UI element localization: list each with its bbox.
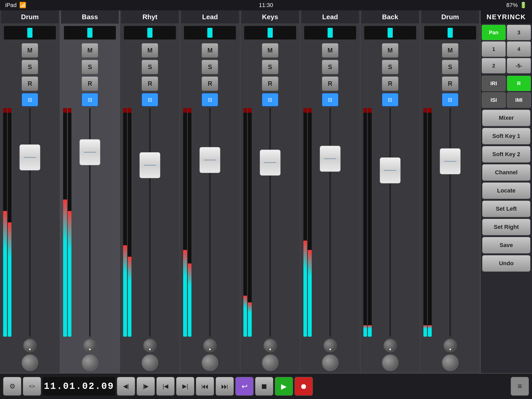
- record-button[interactable]: ⏺: [295, 377, 313, 396]
- mute-btn-5[interactable]: M: [262, 43, 278, 58]
- fader-handle-6[interactable]: [320, 146, 341, 172]
- link-btn-8[interactable]: ⊟: [442, 93, 458, 107]
- locate-button[interactable]: Locate: [482, 182, 530, 199]
- solo-btn-7[interactable]: S: [382, 60, 398, 74]
- meter-1: [3, 108, 11, 337]
- rec-btn-8[interactable]: R: [442, 76, 458, 91]
- rec-btn-4[interactable]: R: [202, 76, 218, 91]
- loop-button[interactable]: ↩: [235, 377, 254, 396]
- to-start-button[interactable]: |◀: [156, 377, 175, 396]
- channel-button[interactable]: Channel: [482, 164, 530, 181]
- mute-btn-7[interactable]: M: [382, 43, 398, 58]
- rec-btn-5[interactable]: R: [262, 76, 278, 91]
- mark-right-button[interactable]: |▶: [137, 377, 155, 396]
- solo-btn-3[interactable]: S: [142, 60, 158, 74]
- iri-button[interactable]: IRI: [482, 76, 506, 91]
- channel-knob-5[interactable]: [262, 354, 278, 371]
- fader-area-8: [421, 108, 479, 337]
- settings-button[interactable]: ⚙: [3, 377, 21, 396]
- link-btn-4[interactable]: ⊟: [202, 93, 218, 107]
- channel-knob-3[interactable]: [142, 354, 158, 371]
- channel-knob-6[interactable]: [322, 354, 338, 371]
- fader-handle-2[interactable]: [79, 139, 100, 165]
- solo-btn-2[interactable]: S: [82, 60, 98, 74]
- imi-button[interactable]: IMI: [507, 92, 531, 108]
- mute-btn-2[interactable]: M: [82, 43, 98, 58]
- pan-button[interactable]: Pan: [482, 25, 506, 40]
- channel-name-2: Bass: [61, 10, 119, 24]
- mute-btn-3[interactable]: M: [142, 43, 158, 58]
- play-button[interactable]: ▶: [275, 377, 293, 396]
- pan-value[interactable]: 3: [507, 25, 531, 40]
- time-display: 11.01.02.09: [43, 377, 115, 396]
- list-button[interactable]: ≡: [511, 377, 529, 396]
- meter-red-1: [3, 108, 7, 113]
- rec-btn-3[interactable]: R: [142, 76, 158, 91]
- send-knob-3[interactable]: [143, 339, 157, 352]
- channel-knob-7[interactable]: [382, 354, 398, 371]
- set-right-button[interactable]: Set Right: [482, 219, 530, 235]
- send-knob-6[interactable]: [323, 339, 337, 352]
- right-sidebar: NEYRINCK Pan 3 1 4 2 -5- IRI R ISI IMI M…: [480, 10, 532, 373]
- mute-btn-1[interactable]: M: [22, 43, 38, 58]
- soft-key-2-button[interactable]: Soft Key 2: [482, 146, 530, 163]
- fader-handle-1[interactable]: [19, 144, 40, 170]
- fader-handle-7[interactable]: [380, 157, 401, 183]
- solo-btn-8[interactable]: S: [442, 60, 458, 74]
- link-btn-5[interactable]: ⊟: [262, 93, 278, 107]
- val4-button[interactable]: 4: [507, 41, 531, 57]
- meter-bar-l-2: [63, 108, 67, 337]
- rec-btn-2[interactable]: R: [82, 76, 98, 91]
- send-knob-7[interactable]: [383, 339, 397, 352]
- to-end-button[interactable]: ▶|: [176, 377, 194, 396]
- channel-bottom-5: [241, 337, 299, 373]
- val1-button[interactable]: 1: [482, 41, 506, 57]
- channel-knob-2[interactable]: [82, 354, 98, 371]
- mute-btn-8[interactable]: M: [442, 43, 458, 58]
- prev-left-button[interactable]: ◀|: [117, 377, 135, 396]
- channel-knob-8[interactable]: [442, 354, 458, 371]
- channel-bottom-6: [301, 337, 359, 373]
- r-button[interactable]: R: [507, 76, 531, 91]
- mute-btn-4[interactable]: M: [202, 43, 218, 58]
- send-knob-8[interactable]: [443, 339, 457, 352]
- fader-handle-8[interactable]: [440, 148, 461, 174]
- fader-handle-3[interactable]: [139, 152, 160, 178]
- soft-key-1-button[interactable]: Soft Key 1: [482, 128, 530, 144]
- solo-btn-6[interactable]: S: [322, 60, 338, 74]
- link-btn-2[interactable]: ⊟: [82, 93, 98, 107]
- channel-knob-1[interactable]: [22, 354, 38, 371]
- rec-btn-6[interactable]: R: [322, 76, 338, 91]
- val5-button[interactable]: -5-: [507, 58, 531, 74]
- channel-bottom-8: [421, 337, 479, 373]
- send-knob-1[interactable]: [23, 339, 37, 352]
- send-knob-2[interactable]: [83, 339, 97, 352]
- link-btn-7[interactable]: ⊟: [382, 93, 398, 107]
- mixer-button[interactable]: Mixer: [482, 110, 530, 126]
- send-knob-5[interactable]: [263, 339, 277, 352]
- fader-handle-4[interactable]: [200, 147, 220, 173]
- solo-btn-4[interactable]: S: [202, 60, 218, 74]
- isi-button[interactable]: ISI: [482, 92, 506, 108]
- save-button[interactable]: Save: [482, 237, 530, 254]
- rec-btn-1[interactable]: R: [22, 76, 38, 91]
- mute-btn-6[interactable]: M: [322, 43, 338, 58]
- send-knob-4[interactable]: [203, 339, 217, 352]
- link-btn-3[interactable]: ⊟: [142, 93, 158, 107]
- stop-button[interactable]: ⏹: [255, 377, 273, 396]
- solo-btn-1[interactable]: S: [22, 60, 38, 74]
- solo-btn-5[interactable]: S: [262, 60, 278, 74]
- channel-knob-4[interactable]: [202, 354, 218, 371]
- val2-button[interactable]: 2: [482, 58, 506, 74]
- rec-btn-7[interactable]: R: [382, 76, 398, 91]
- code-button[interactable]: <>: [23, 377, 41, 396]
- meter-2: [63, 108, 71, 337]
- fader-handle-5[interactable]: [260, 150, 281, 176]
- set-left-button[interactable]: Set Left: [482, 201, 530, 217]
- fast-forward-button[interactable]: ⏭: [216, 377, 234, 396]
- channel-buttons-3: M S R ⊟: [121, 43, 179, 107]
- undo-button[interactable]: Undo: [482, 255, 530, 272]
- link-btn-6[interactable]: ⊟: [322, 93, 338, 107]
- rewind-button[interactable]: ⏮: [196, 377, 214, 396]
- link-btn-1[interactable]: ⊟: [22, 93, 38, 107]
